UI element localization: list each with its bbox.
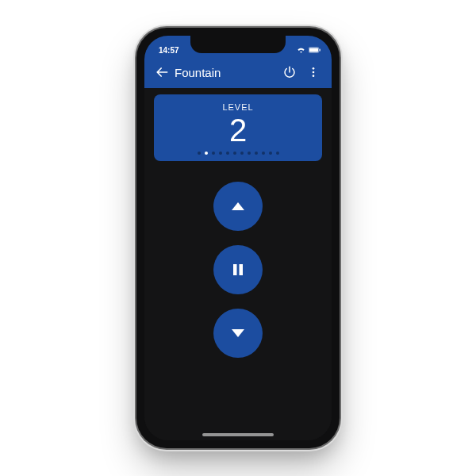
level-value: 2 xyxy=(160,113,316,147)
svg-rect-7 xyxy=(240,264,244,275)
svg-point-3 xyxy=(313,67,315,70)
level-dot xyxy=(248,152,251,155)
controls xyxy=(213,182,263,358)
screen: 14:57 Fountain xyxy=(144,36,332,440)
home-indicator[interactable] xyxy=(202,433,274,436)
level-dot xyxy=(240,152,244,155)
phone-frame: 14:57 Fountain xyxy=(136,28,340,448)
svg-point-5 xyxy=(313,75,315,77)
svg-point-4 xyxy=(313,71,315,74)
wifi-icon xyxy=(297,46,305,55)
pause-icon xyxy=(228,260,248,279)
more-vert-icon xyxy=(307,66,320,79)
app-bar: Fountain xyxy=(144,56,332,88)
battery-icon xyxy=(309,46,321,55)
pause-button[interactable] xyxy=(213,245,263,294)
level-dot xyxy=(233,152,236,155)
status-right xyxy=(297,46,321,55)
level-dot xyxy=(269,152,272,155)
overflow-menu-button[interactable] xyxy=(301,66,325,79)
level-dot xyxy=(255,152,258,155)
level-dot-indicator xyxy=(160,152,316,155)
level-label: LEVEL xyxy=(160,102,316,112)
content-area: LEVEL 2 xyxy=(144,88,332,440)
power-icon xyxy=(282,65,297,79)
level-dot xyxy=(198,152,201,155)
notch xyxy=(190,36,286,53)
level-card[interactable]: LEVEL 2 xyxy=(154,94,322,161)
triangle-down-icon xyxy=(228,324,248,343)
page-title: Fountain xyxy=(175,66,221,79)
level-dot xyxy=(212,152,215,155)
level-down-button[interactable] xyxy=(213,309,263,358)
level-dot xyxy=(205,152,208,155)
power-button[interactable] xyxy=(278,65,301,79)
level-dot xyxy=(219,152,222,155)
svg-rect-2 xyxy=(320,49,321,52)
arrow-left-icon xyxy=(154,64,170,80)
level-dot xyxy=(226,152,229,155)
level-dot xyxy=(262,152,265,155)
triangle-up-icon xyxy=(228,197,248,216)
svg-rect-1 xyxy=(309,48,318,52)
back-button[interactable] xyxy=(151,64,173,80)
status-time: 14:57 xyxy=(159,46,179,55)
level-up-button[interactable] xyxy=(213,182,263,231)
svg-rect-6 xyxy=(233,264,237,275)
level-dot xyxy=(276,152,279,155)
